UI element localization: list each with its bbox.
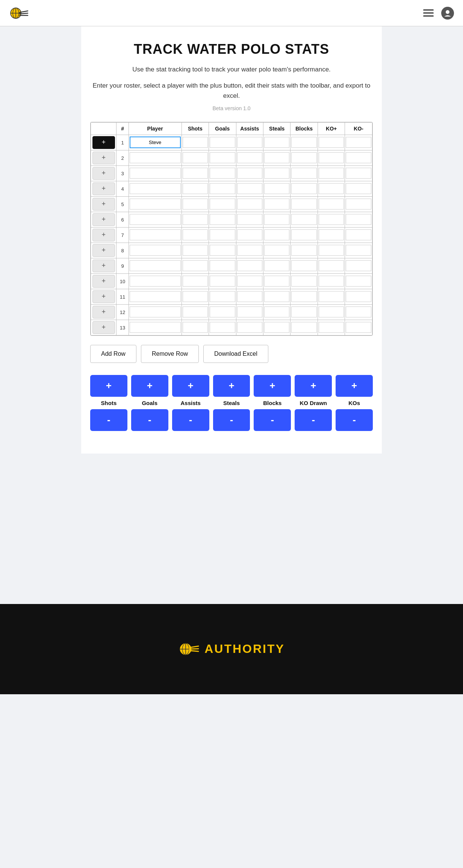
- stat-input-blocks-9[interactable]: [291, 260, 316, 271]
- stat-input-steals-8[interactable]: [264, 245, 289, 256]
- stat-input-shots-4[interactable]: [183, 183, 208, 194]
- stat-input-steals-4[interactable]: [264, 183, 289, 194]
- stat-minus-button-goals[interactable]: -: [131, 409, 168, 431]
- stat-input-blocks-8[interactable]: [291, 245, 316, 256]
- stat-input-blocks-6[interactable]: [291, 214, 316, 225]
- account-icon[interactable]: [441, 7, 454, 20]
- stat-minus-button-steals[interactable]: -: [213, 409, 250, 431]
- stat-input-assists-11[interactable]: [237, 291, 262, 302]
- stat-input-ko_minus-3[interactable]: [346, 168, 371, 179]
- stat-input-shots-7[interactable]: [183, 229, 208, 240]
- stat-input-ko_minus-1[interactable]: [346, 137, 371, 148]
- stat-input-ko_minus-5[interactable]: [346, 199, 371, 209]
- player-input-12[interactable]: [130, 307, 181, 317]
- stat-input-ko_minus-2[interactable]: [346, 152, 371, 163]
- stat-input-goals-13[interactable]: [210, 322, 235, 333]
- row-select-button-6[interactable]: +: [92, 213, 115, 226]
- stat-input-ko_plus-1[interactable]: [319, 137, 344, 148]
- player-input-10[interactable]: [130, 276, 181, 287]
- stat-minus-button-assists[interactable]: -: [172, 409, 209, 431]
- player-input-9[interactable]: [130, 260, 181, 271]
- download-excel-button[interactable]: Download Excel: [203, 345, 268, 363]
- stat-input-steals-3[interactable]: [264, 168, 289, 179]
- stat-input-goals-6[interactable]: [210, 214, 235, 225]
- stat-input-goals-3[interactable]: [210, 168, 235, 179]
- row-select-button-7[interactable]: +: [92, 229, 115, 241]
- stat-input-ko_minus-9[interactable]: [346, 260, 371, 271]
- stat-input-blocks-3[interactable]: [291, 168, 316, 179]
- stat-input-blocks-5[interactable]: [291, 199, 316, 209]
- stat-plus-button-ko-drawn[interactable]: +: [295, 375, 332, 397]
- stat-input-assists-10[interactable]: [237, 276, 262, 287]
- stat-input-ko_plus-2[interactable]: [319, 152, 344, 163]
- stat-input-steals-11[interactable]: [264, 291, 289, 302]
- stat-input-shots-10[interactable]: [183, 276, 208, 287]
- stat-plus-button-assists[interactable]: +: [172, 375, 209, 397]
- row-select-button-2[interactable]: +: [92, 152, 115, 164]
- stat-plus-button-shots[interactable]: +: [90, 375, 127, 397]
- stat-minus-button-blocks[interactable]: -: [254, 409, 291, 431]
- stat-input-ko_minus-8[interactable]: [346, 245, 371, 256]
- row-select-button-8[interactable]: +: [92, 244, 115, 257]
- stat-input-blocks-7[interactable]: [291, 229, 316, 240]
- stat-input-ko_plus-8[interactable]: [319, 245, 344, 256]
- stat-input-goals-4[interactable]: [210, 183, 235, 194]
- stat-input-goals-5[interactable]: [210, 199, 235, 209]
- stat-input-shots-6[interactable]: [183, 214, 208, 225]
- stat-input-shots-9[interactable]: [183, 260, 208, 271]
- stat-input-shots-2[interactable]: [183, 152, 208, 163]
- stat-input-ko_plus-6[interactable]: [319, 214, 344, 225]
- player-input-8[interactable]: [130, 245, 181, 256]
- stat-input-assists-4[interactable]: [237, 183, 262, 194]
- stat-plus-button-steals[interactable]: +: [213, 375, 250, 397]
- remove-row-button[interactable]: Remove Row: [141, 345, 199, 363]
- player-input-7[interactable]: [130, 229, 181, 240]
- stat-input-steals-13[interactable]: [264, 322, 289, 333]
- player-input-11[interactable]: [130, 291, 181, 302]
- stat-input-goals-12[interactable]: [210, 307, 235, 317]
- stat-input-steals-6[interactable]: [264, 214, 289, 225]
- row-select-button-3[interactable]: +: [92, 167, 115, 180]
- stat-input-shots-3[interactable]: [183, 168, 208, 179]
- player-input-4[interactable]: [130, 183, 181, 194]
- stat-input-steals-5[interactable]: [264, 199, 289, 209]
- stat-input-assists-13[interactable]: [237, 322, 262, 333]
- stat-input-ko_plus-5[interactable]: [319, 199, 344, 209]
- stat-input-assists-2[interactable]: [237, 152, 262, 163]
- stat-input-shots-13[interactable]: [183, 322, 208, 333]
- hamburger-menu-icon[interactable]: [423, 9, 434, 17]
- stat-input-ko_minus-11[interactable]: [346, 291, 371, 302]
- stat-input-steals-10[interactable]: [264, 276, 289, 287]
- stat-input-ko_plus-11[interactable]: [319, 291, 344, 302]
- stat-input-ko_minus-12[interactable]: [346, 307, 371, 317]
- stat-plus-button-blocks[interactable]: +: [254, 375, 291, 397]
- stat-input-shots-5[interactable]: [183, 199, 208, 209]
- stat-input-blocks-2[interactable]: [291, 152, 316, 163]
- stat-input-blocks-1[interactable]: [291, 137, 316, 148]
- player-input-1[interactable]: [130, 137, 181, 148]
- stat-input-steals-1[interactable]: [264, 137, 289, 148]
- stat-input-ko_plus-12[interactable]: [319, 307, 344, 317]
- stat-input-assists-9[interactable]: [237, 260, 262, 271]
- stat-input-assists-5[interactable]: [237, 199, 262, 209]
- stat-input-steals-9[interactable]: [264, 260, 289, 271]
- stat-plus-button-kos[interactable]: +: [336, 375, 373, 397]
- stat-input-ko_plus-9[interactable]: [319, 260, 344, 271]
- stat-input-blocks-11[interactable]: [291, 291, 316, 302]
- row-select-button-10[interactable]: +: [92, 275, 115, 288]
- stat-input-goals-9[interactable]: [210, 260, 235, 271]
- stat-input-assists-6[interactable]: [237, 214, 262, 225]
- stat-input-goals-8[interactable]: [210, 245, 235, 256]
- stat-input-shots-8[interactable]: [183, 245, 208, 256]
- stat-input-steals-7[interactable]: [264, 229, 289, 240]
- stat-input-ko_plus-3[interactable]: [319, 168, 344, 179]
- stat-input-goals-11[interactable]: [210, 291, 235, 302]
- stat-minus-button-kos[interactable]: -: [336, 409, 373, 431]
- row-select-button-11[interactable]: +: [92, 290, 115, 303]
- stat-input-goals-2[interactable]: [210, 152, 235, 163]
- stat-input-blocks-12[interactable]: [291, 307, 316, 317]
- row-select-button-5[interactable]: +: [92, 198, 115, 211]
- stat-input-assists-1[interactable]: [237, 137, 262, 148]
- stat-input-blocks-13[interactable]: [291, 322, 316, 333]
- stat-input-ko_plus-7[interactable]: [319, 229, 344, 240]
